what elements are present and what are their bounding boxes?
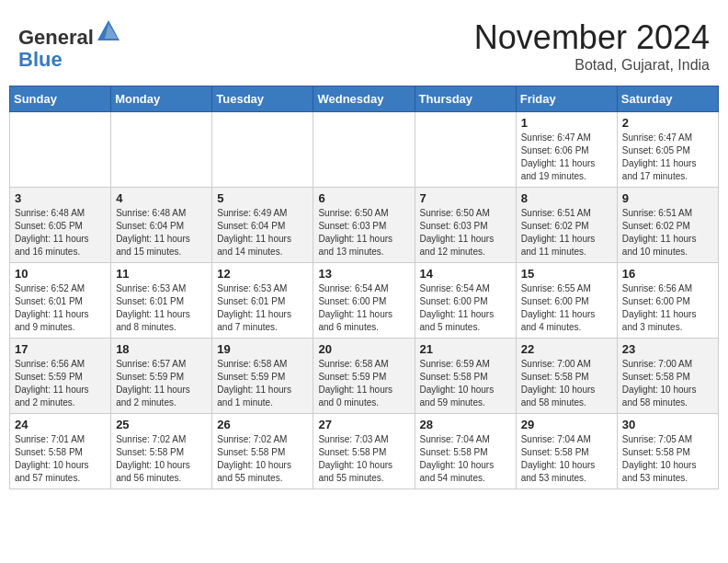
day-info: Sunrise: 6:58 AM Sunset: 5:59 PM Dayligh… — [318, 358, 409, 409]
calendar-cell — [111, 112, 212, 188]
calendar-cell: 3Sunrise: 6:48 AM Sunset: 6:05 PM Daylig… — [10, 188, 111, 263]
day-number: 21 — [420, 342, 511, 356]
calendar-cell — [10, 112, 111, 188]
calendar-cell: 30Sunrise: 7:05 AM Sunset: 5:58 PM Dayli… — [617, 414, 718, 489]
calendar-cell — [212, 112, 313, 188]
calendar-cell: 13Sunrise: 6:54 AM Sunset: 6:00 PM Dayli… — [313, 263, 415, 339]
day-info: Sunrise: 6:54 AM Sunset: 6:00 PM Dayligh… — [420, 282, 511, 334]
day-header-tuesday: Tuesday — [212, 86, 313, 112]
day-number: 2 — [622, 116, 713, 130]
day-info: Sunrise: 7:01 AM Sunset: 5:58 PM Dayligh… — [15, 433, 106, 485]
day-info: Sunrise: 6:49 AM Sunset: 6:04 PM Dayligh… — [217, 207, 308, 259]
calendar-cell: 1Sunrise: 6:47 AM Sunset: 6:06 PM Daylig… — [516, 112, 617, 188]
day-number: 13 — [318, 267, 409, 281]
calendar-cell: 9Sunrise: 6:51 AM Sunset: 6:02 PM Daylig… — [617, 188, 718, 263]
day-info: Sunrise: 6:55 AM Sunset: 6:00 PM Dayligh… — [521, 282, 612, 334]
day-info: Sunrise: 7:02 AM Sunset: 5:58 PM Dayligh… — [116, 433, 207, 485]
day-header-friday: Friday — [516, 86, 617, 112]
day-number: 5 — [217, 191, 308, 205]
day-info: Sunrise: 7:05 AM Sunset: 5:58 PM Dayligh… — [622, 433, 713, 485]
day-info: Sunrise: 7:00 AM Sunset: 5:58 PM Dayligh… — [521, 358, 612, 409]
day-number: 3 — [15, 191, 106, 205]
calendar-cell: 26Sunrise: 7:02 AM Sunset: 5:58 PM Dayli… — [212, 414, 313, 489]
calendar-header-row: SundayMondayTuesdayWednesdayThursdayFrid… — [10, 86, 719, 112]
day-number: 6 — [318, 191, 409, 205]
calendar-cell: 16Sunrise: 6:56 AM Sunset: 6:00 PM Dayli… — [617, 263, 718, 339]
calendar-cell: 2Sunrise: 6:47 AM Sunset: 6:05 PM Daylig… — [617, 112, 718, 188]
day-info: Sunrise: 6:58 AM Sunset: 5:59 PM Dayligh… — [217, 358, 308, 409]
day-number: 9 — [622, 191, 713, 205]
calendar-cell: 20Sunrise: 6:58 AM Sunset: 5:59 PM Dayli… — [313, 339, 415, 414]
day-header-saturday: Saturday — [617, 86, 718, 112]
week-row-3: 10Sunrise: 6:52 AM Sunset: 6:01 PM Dayli… — [10, 263, 719, 339]
calendar-cell: 8Sunrise: 6:51 AM Sunset: 6:02 PM Daylig… — [516, 188, 617, 263]
calendar-cell: 28Sunrise: 7:04 AM Sunset: 5:58 PM Dayli… — [415, 414, 516, 489]
calendar-cell: 5Sunrise: 6:49 AM Sunset: 6:04 PM Daylig… — [212, 188, 313, 263]
day-header-monday: Monday — [111, 86, 212, 112]
day-number: 4 — [116, 191, 207, 205]
day-info: Sunrise: 6:50 AM Sunset: 6:03 PM Dayligh… — [318, 207, 409, 259]
month-title: November 2024 — [474, 18, 710, 57]
calendar-cell: 7Sunrise: 6:50 AM Sunset: 6:03 PM Daylig… — [415, 188, 516, 263]
calendar-cell: 19Sunrise: 6:58 AM Sunset: 5:59 PM Dayli… — [212, 339, 313, 414]
day-info: Sunrise: 6:51 AM Sunset: 6:02 PM Dayligh… — [622, 207, 713, 259]
day-number: 29 — [521, 418, 612, 431]
logo-general: General — [18, 26, 94, 49]
calendar-cell: 10Sunrise: 6:52 AM Sunset: 6:01 PM Dayli… — [10, 263, 111, 339]
week-row-4: 17Sunrise: 6:56 AM Sunset: 5:59 PM Dayli… — [10, 339, 719, 414]
calendar-cell: 12Sunrise: 6:53 AM Sunset: 6:01 PM Dayli… — [212, 263, 313, 339]
calendar-cell: 18Sunrise: 6:57 AM Sunset: 5:59 PM Dayli… — [111, 339, 212, 414]
day-info: Sunrise: 6:47 AM Sunset: 6:06 PM Dayligh… — [521, 132, 612, 183]
calendar-cell: 27Sunrise: 7:03 AM Sunset: 5:58 PM Dayli… — [313, 414, 415, 489]
week-row-2: 3Sunrise: 6:48 AM Sunset: 6:05 PM Daylig… — [10, 188, 719, 263]
logo-blue: Blue — [18, 48, 63, 71]
calendar-cell — [415, 112, 516, 188]
calendar-cell: 17Sunrise: 6:56 AM Sunset: 5:59 PM Dayli… — [10, 339, 111, 414]
day-number: 19 — [217, 342, 308, 356]
day-number: 28 — [420, 418, 511, 431]
page-header: General Blue November 2024 Botad, Gujara… — [9, 9, 719, 78]
day-info: Sunrise: 6:50 AM Sunset: 6:03 PM Dayligh… — [420, 207, 511, 259]
day-info: Sunrise: 6:48 AM Sunset: 6:05 PM Dayligh… — [15, 207, 106, 259]
day-number: 10 — [15, 267, 106, 281]
day-number: 1 — [521, 116, 612, 130]
day-header-sunday: Sunday — [10, 86, 111, 112]
calendar-cell: 24Sunrise: 7:01 AM Sunset: 5:58 PM Dayli… — [10, 414, 111, 489]
day-number: 12 — [217, 267, 308, 281]
title-block: November 2024 Botad, Gujarat, India — [474, 18, 710, 74]
calendar-cell: 29Sunrise: 7:04 AM Sunset: 5:58 PM Dayli… — [516, 414, 617, 489]
day-info: Sunrise: 7:03 AM Sunset: 5:58 PM Dayligh… — [318, 433, 409, 485]
day-number: 22 — [521, 342, 612, 356]
day-info: Sunrise: 6:48 AM Sunset: 6:04 PM Dayligh… — [116, 207, 207, 259]
day-number: 7 — [420, 191, 511, 205]
day-info: Sunrise: 7:04 AM Sunset: 5:58 PM Dayligh… — [521, 433, 612, 485]
day-number: 18 — [116, 342, 207, 356]
day-info: Sunrise: 6:54 AM Sunset: 6:00 PM Dayligh… — [318, 282, 409, 334]
calendar-cell: 15Sunrise: 6:55 AM Sunset: 6:00 PM Dayli… — [516, 263, 617, 339]
day-info: Sunrise: 6:53 AM Sunset: 6:01 PM Dayligh… — [217, 282, 308, 334]
day-info: Sunrise: 7:04 AM Sunset: 5:58 PM Dayligh… — [420, 433, 511, 485]
day-info: Sunrise: 6:56 AM Sunset: 6:00 PM Dayligh… — [622, 282, 713, 334]
week-row-1: 1Sunrise: 6:47 AM Sunset: 6:06 PM Daylig… — [10, 112, 719, 188]
day-number: 8 — [521, 191, 612, 205]
day-number: 17 — [15, 342, 106, 356]
week-row-5: 24Sunrise: 7:01 AM Sunset: 5:58 PM Dayli… — [10, 414, 719, 489]
calendar-cell: 6Sunrise: 6:50 AM Sunset: 6:03 PM Daylig… — [313, 188, 415, 263]
day-number: 15 — [521, 267, 612, 281]
day-info: Sunrise: 6:59 AM Sunset: 5:58 PM Dayligh… — [420, 358, 511, 409]
day-number: 16 — [622, 267, 713, 281]
day-number: 20 — [318, 342, 409, 356]
day-number: 11 — [116, 267, 207, 281]
logo: General Blue — [18, 18, 121, 71]
day-info: Sunrise: 6:56 AM Sunset: 5:59 PM Dayligh… — [15, 358, 106, 409]
calendar-cell: 23Sunrise: 7:00 AM Sunset: 5:58 PM Dayli… — [617, 339, 718, 414]
day-number: 25 — [116, 418, 207, 431]
day-info: Sunrise: 7:00 AM Sunset: 5:58 PM Dayligh… — [622, 358, 713, 409]
day-number: 30 — [622, 418, 713, 431]
calendar-body: 1Sunrise: 6:47 AM Sunset: 6:06 PM Daylig… — [10, 112, 719, 489]
day-number: 26 — [217, 418, 308, 431]
day-number: 14 — [420, 267, 511, 281]
calendar-cell: 22Sunrise: 7:00 AM Sunset: 5:58 PM Dayli… — [516, 339, 617, 414]
day-header-thursday: Thursday — [415, 86, 516, 112]
calendar-cell: 25Sunrise: 7:02 AM Sunset: 5:58 PM Dayli… — [111, 414, 212, 489]
